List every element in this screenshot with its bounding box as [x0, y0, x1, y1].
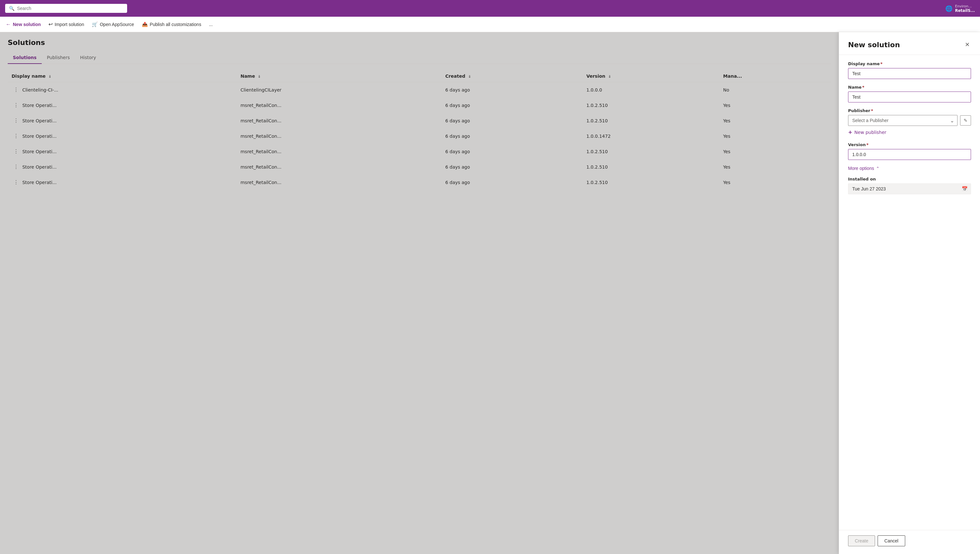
publisher-select[interactable]: Select a Publisher [848, 115, 958, 126]
installed-on-input[interactable] [848, 184, 971, 194]
name-label: Name* [848, 85, 971, 89]
backdrop [0, 32, 839, 554]
search-icon: 🔍 [9, 6, 14, 11]
side-panel-title: New solution [848, 41, 900, 49]
globe-icon: 🌐 [945, 5, 952, 12]
close-panel-button[interactable]: ✕ [964, 40, 971, 49]
pencil-icon: ✎ [964, 118, 967, 123]
required-star-name: * [862, 85, 864, 89]
required-star-version: * [866, 142, 869, 147]
more-options-section: More options ⌃ [848, 166, 971, 171]
display-name-label: Display name* [848, 61, 971, 66]
version-group: Version* [848, 142, 971, 160]
env-sub: RetailS... [955, 8, 975, 13]
env-label: Environ... [955, 4, 975, 8]
store-icon: 🛒 [92, 22, 98, 27]
toolbar: ← New solution ↩ Import solution 🛒 Open … [0, 17, 980, 32]
main-content: Solutions Solutions Publishers History D… [0, 32, 980, 554]
new-solution-button[interactable]: ← New solution [3, 19, 44, 29]
required-star-publisher: * [871, 108, 873, 113]
open-appsource-button[interactable]: 🛒 Open AppSource [89, 19, 137, 29]
side-panel-body: Display name* Name* Publisher* [839, 55, 980, 530]
plus-icon: + [848, 129, 852, 135]
search-bar[interactable]: 🔍 [5, 4, 127, 13]
environment-badge: 🌐 Environ... RetailS... [945, 4, 975, 13]
cancel-button[interactable]: Cancel [878, 535, 905, 546]
publisher-group: Publisher* Select a Publisher ⌄ ✎ + [848, 108, 971, 136]
side-panel: New solution ✕ Display name* Name* [839, 32, 980, 554]
import-icon: ↩ [48, 21, 52, 27]
import-solution-button[interactable]: ↩ Import solution [45, 19, 88, 29]
side-panel-header: New solution ✕ [839, 32, 980, 55]
publisher-select-wrapper: Select a Publisher ⌄ [848, 115, 958, 126]
side-panel-footer: Create Cancel [839, 530, 980, 554]
version-label: Version* [848, 142, 971, 147]
name-input[interactable] [848, 91, 971, 102]
publish-all-button[interactable]: 📤 Publish all customizations [139, 19, 204, 29]
publisher-label: Publisher* [848, 108, 971, 113]
top-bar: 🔍 🌐 Environ... RetailS... [0, 0, 980, 17]
installed-on-group: Installed on 📅 [848, 177, 971, 194]
edit-publisher-button[interactable]: ✎ [960, 115, 971, 126]
publish-icon: 📤 [142, 22, 148, 27]
display-name-group: Display name* [848, 61, 971, 79]
installed-on-label: Installed on [848, 177, 971, 182]
more-toolbar-button[interactable]: ... [206, 20, 216, 29]
new-solution-icon: ← [6, 22, 11, 27]
publisher-row: Select a Publisher ⌄ ✎ [848, 115, 971, 126]
date-field-wrapper: 📅 [848, 184, 971, 194]
chevron-up-icon: ⌃ [876, 166, 880, 171]
more-options-toggle[interactable]: More options ⌃ [848, 166, 880, 171]
required-star-display-name: * [880, 61, 883, 66]
create-button[interactable]: Create [848, 535, 875, 546]
new-publisher-link[interactable]: + New publisher [848, 128, 971, 136]
search-input[interactable] [17, 6, 123, 11]
display-name-input[interactable] [848, 68, 971, 79]
version-input[interactable] [848, 149, 971, 160]
name-group: Name* [848, 85, 971, 102]
